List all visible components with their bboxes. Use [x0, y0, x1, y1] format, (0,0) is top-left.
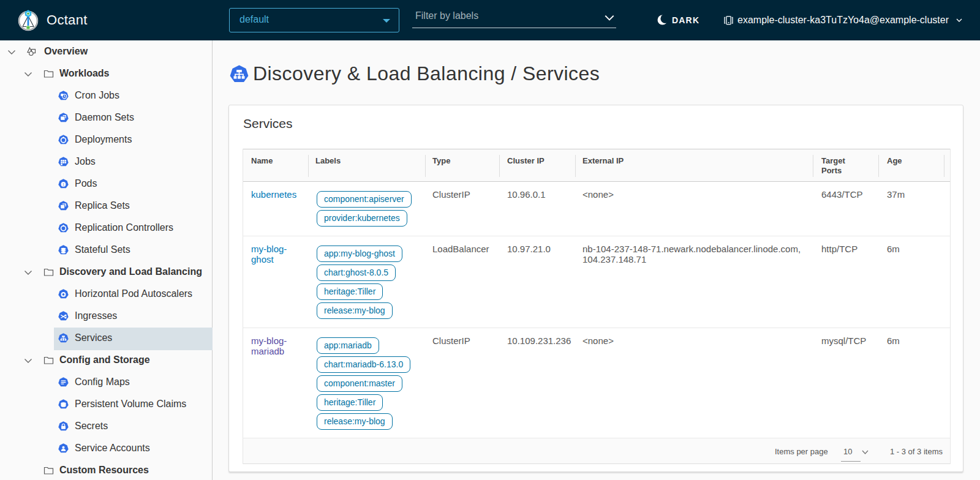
svg-text:1: 1: [62, 182, 64, 186]
